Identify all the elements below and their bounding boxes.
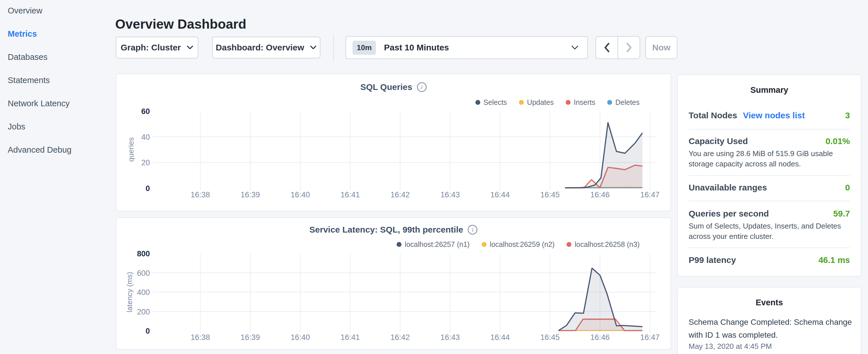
legend-item: localhost:26258 (n3) [566,240,640,249]
event-message[interactable]: Schema Change Completed: Schema change w… [689,316,853,342]
sidebar-item-network-latency[interactable]: Network Latency [8,92,111,115]
graph-dropdown[interactable]: Graph: Cluster [116,37,198,58]
svg-text:16:41: 16:41 [340,190,360,199]
legend-label: localhost:26259 (n2) [490,240,555,249]
summary-row-capacity-used: Capacity Used 0.01% [689,136,850,146]
svg-text:200: 200 [137,308,150,316]
time-range-label: Past 10 Minutes [384,43,449,53]
svg-text:0: 0 [146,327,150,335]
info-icon[interactable]: i [468,225,477,234]
summary-row-description: You are using 28.6 MiB of 515.9 GiB usab… [689,148,851,169]
svg-text:16:42: 16:42 [391,333,410,342]
svg-text:16:44: 16:44 [490,333,510,342]
dashboard-dropdown[interactable]: Dashboard: Overview [212,37,320,58]
svg-text:16:47: 16:47 [640,333,660,342]
divider [689,248,850,248]
next-time-button[interactable] [618,37,640,58]
svg-text:600: 600 [137,269,150,278]
svg-text:16:46: 16:46 [590,333,610,342]
svg-text:16:38: 16:38 [191,190,210,199]
sidebar-item-advanced-debug[interactable]: Advanced Debug [8,138,111,162]
svg-text:16:40: 16:40 [290,190,310,199]
chart-title: SQL Queries [360,82,412,92]
legend-label: localhost:26258 (n3) [575,240,640,249]
legend-label: Updates [527,98,554,106]
summary-panel: Summary Total Nodes View nodes list 3 Ca… [677,74,861,277]
now-button[interactable]: Now [645,36,677,59]
summary-row-label: Capacity Used [689,136,748,146]
event-timestamp: May 13, 2020 at 4:45 PM [689,342,853,351]
chevron-down-icon [187,45,193,50]
svg-text:16:41: 16:41 [340,333,360,342]
legend-item: localhost:26257 (n1) [397,240,470,249]
svg-text:16:45: 16:45 [540,190,560,199]
svg-text:16:47: 16:47 [640,190,660,199]
summary-row-queries-per-second: Queries per second 59.7 [689,209,850,219]
chart-title: Service Latency: SQL, 99th percentile [309,225,463,234]
summary-row-label: Unavailable ranges [689,183,767,192]
legend-dot-icon [482,242,487,247]
legend-dot-icon [475,100,480,105]
summary-row-value: 59.7 [833,209,850,219]
summary-row-value: 3 [845,110,850,120]
chevron-left-icon [604,42,610,53]
controls-divider [333,34,334,62]
chevron-right-icon [626,42,632,53]
sidebar-item-databases[interactable]: Databases [8,45,111,69]
sidebar-item-jobs[interactable]: Jobs [8,115,111,138]
events-panel: Events Schema Change Completed: Schema c… [677,287,861,354]
service-latency-card: 16:3816:3916:4016:4116:4216:4316:4416:45… [116,217,671,350]
time-range-select[interactable]: 10m Past 10 Minutes [346,36,588,59]
svg-text:0: 0 [146,184,150,193]
app-root: Overview Metrics Databases Statements Ne… [0,0,868,354]
summary-row-value: 46.1 ms [818,255,850,265]
legend-label: Inserts [574,98,595,106]
y-axis-label: queries [127,137,135,162]
sidebar-item-statements[interactable]: Statements [8,69,111,92]
svg-text:40: 40 [141,133,150,141]
svg-text:16:46: 16:46 [590,190,610,199]
summary-row-label: Total Nodes [689,110,737,120]
legend-item: Selects [475,98,507,106]
legend-item: Inserts [566,98,595,106]
legend-item: Deletes [607,98,640,106]
chevron-down-icon [310,45,317,50]
svg-text:16:38: 16:38 [191,333,210,342]
divider [689,129,850,129]
svg-text:16:44: 16:44 [490,190,510,199]
svg-text:16:39: 16:39 [241,190,260,199]
legend-dot-icon [607,100,612,105]
service-latency-chart: 16:3816:3916:4016:4116:4216:4316:4416:45… [116,218,671,349]
sql-queries-card: 16:3816:3916:4016:4116:4216:4316:4416:45… [116,74,671,212]
chart-legend: SelectsUpdatesInsertsDeletes [475,98,640,106]
prev-time-button[interactable] [596,37,618,58]
time-pager [595,36,640,59]
y-axis-label: latency (ms) [125,272,134,313]
legend-item: localhost:26259 (n2) [482,240,555,249]
info-icon[interactable]: i [417,82,427,92]
view-nodes-list-link[interactable]: View nodes list [743,110,805,120]
summary-row-value: 0 [845,183,850,192]
summary-row-label: P99 latency [689,255,736,265]
sidebar-item-metrics[interactable]: Metrics [8,22,111,45]
legend-dot-icon [566,242,571,247]
svg-text:400: 400 [137,288,150,297]
svg-text:16:40: 16:40 [290,333,310,342]
events-title: Events [678,298,861,307]
sidebar-item-overview[interactable]: Overview [8,0,111,22]
chart-legend: localhost:26257 (n1)localhost:26259 (n2)… [397,240,640,249]
sql-queries-chart: 16:3816:3916:4016:4116:4216:4316:4416:45… [116,74,671,211]
svg-text:800: 800 [137,250,150,258]
summary-title: Summary [678,85,861,95]
legend-dot-icon [397,242,401,247]
page-title: Overview Dashboard [115,16,246,32]
svg-text:16:43: 16:43 [440,333,460,342]
graph-dropdown-label: Graph: Cluster [121,43,181,53]
summary-row-p99-latency: P99 latency 46.1 ms [689,255,850,265]
chevron-down-icon [571,45,579,50]
divider [689,175,850,176]
divider [689,201,850,201]
svg-text:16:43: 16:43 [440,190,460,199]
legend-dot-icon [519,100,524,105]
time-range-badge: 10m [352,41,376,55]
